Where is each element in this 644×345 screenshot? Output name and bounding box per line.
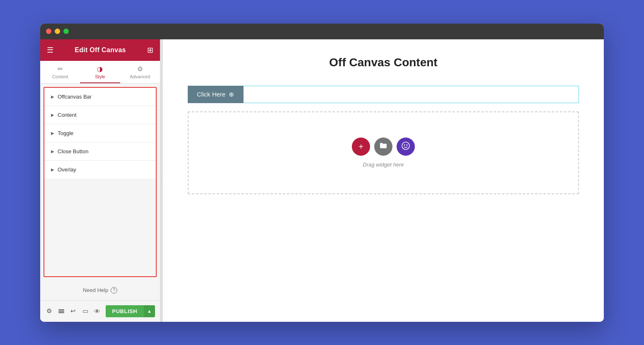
- sidebar-tabs: ✏ Content ◑ Style ⚙ Advanced: [40, 61, 160, 84]
- chevron-right-icon: ▶: [51, 149, 54, 154]
- add-widget-button[interactable]: +: [352, 138, 370, 156]
- section-content[interactable]: ▶ Content: [44, 106, 156, 124]
- grid-icon[interactable]: ⊞: [147, 46, 153, 55]
- click-here-section: Click Here ⊕: [188, 86, 579, 103]
- settings-icon-btn[interactable]: ⚙: [45, 305, 53, 317]
- sections-list: ▶ Offcanvas Bar ▶ Content ▶ Toggle ▶ Clo…: [44, 87, 157, 277]
- sidebar-header: ☰ Edit Off Canvas ⊞: [40, 39, 160, 61]
- section-offcanvas-bar[interactable]: ▶ Offcanvas Bar: [44, 88, 156, 106]
- sidebar-bottom-toolbar: ⚙ ↩ ▭ 👁 PUBLISH ▲: [40, 300, 160, 322]
- browser-titlebar: [40, 24, 604, 39]
- preview-icon-btn[interactable]: 👁: [93, 305, 101, 317]
- svg-point-5: [407, 144, 408, 145]
- click-here-button[interactable]: Click Here ⊕: [188, 86, 243, 103]
- chevron-right-icon: ▶: [51, 167, 54, 172]
- traffic-light-red[interactable]: [46, 29, 51, 34]
- chevron-right-icon: ▶: [51, 131, 54, 135]
- hamburger-icon[interactable]: ☰: [47, 46, 53, 55]
- plus-icon: +: [358, 142, 363, 152]
- traffic-lights: [46, 29, 69, 34]
- responsive-icon-btn[interactable]: ▭: [81, 305, 89, 317]
- svg-point-4: [404, 144, 405, 145]
- sidebar-title: Edit Off Canvas: [75, 46, 126, 54]
- tab-style[interactable]: ◑ Style: [80, 61, 120, 83]
- publish-group: PUBLISH ▲: [106, 305, 155, 317]
- svg-point-3: [402, 142, 409, 150]
- publish-dropdown-button[interactable]: ▲: [144, 305, 155, 317]
- plus-circle-icon: ⊕: [229, 91, 234, 98]
- svg-rect-0: [58, 309, 64, 310]
- browser-content: ☰ Edit Off Canvas ⊞ ✏ Content ◑ Style ⚙ …: [40, 39, 604, 322]
- history-icon-btn[interactable]: ↩: [69, 305, 77, 317]
- template-widget-button[interactable]: [397, 138, 415, 156]
- need-help[interactable]: Need Help ?: [40, 280, 160, 300]
- tab-advanced[interactable]: ⚙ Advanced: [120, 61, 160, 83]
- help-icon: ?: [111, 287, 117, 294]
- smiley-icon: [401, 141, 410, 152]
- chevron-right-icon: ▶: [51, 94, 54, 99]
- folder-widget-button[interactable]: [374, 138, 392, 156]
- gear-icon: ⚙: [137, 65, 143, 73]
- section-toggle[interactable]: ▶ Toggle: [44, 124, 156, 142]
- folder-icon: [379, 142, 387, 152]
- traffic-light-yellow[interactable]: [55, 29, 60, 34]
- click-here-divider: [243, 86, 579, 103]
- style-icon: ◑: [97, 65, 103, 73]
- svg-rect-2: [58, 312, 64, 313]
- widget-action-buttons: +: [352, 138, 415, 156]
- canvas-title: Off Canvas Content: [188, 56, 579, 69]
- svg-rect-1: [58, 311, 64, 312]
- pencil-icon: ✏: [58, 65, 63, 73]
- tab-content[interactable]: ✏ Content: [40, 61, 80, 83]
- layers-icon-btn[interactable]: [57, 305, 65, 317]
- drag-widget-area[interactable]: +: [188, 111, 579, 194]
- chevron-right-icon: ▶: [51, 113, 54, 117]
- drag-widget-label: Drag widget here: [363, 162, 404, 168]
- browser-window: ☰ Edit Off Canvas ⊞ ✏ Content ◑ Style ⚙ …: [40, 24, 604, 322]
- publish-button[interactable]: PUBLISH: [106, 305, 144, 317]
- section-close-button[interactable]: ▶ Close Button: [44, 142, 156, 161]
- sidebar: ☰ Edit Off Canvas ⊞ ✏ Content ◑ Style ⚙ …: [40, 39, 160, 322]
- traffic-light-green[interactable]: [63, 29, 69, 34]
- main-canvas: Off Canvas Content Click Here ⊕ +: [163, 39, 604, 322]
- section-overlay[interactable]: ▶ Overlay: [44, 161, 156, 179]
